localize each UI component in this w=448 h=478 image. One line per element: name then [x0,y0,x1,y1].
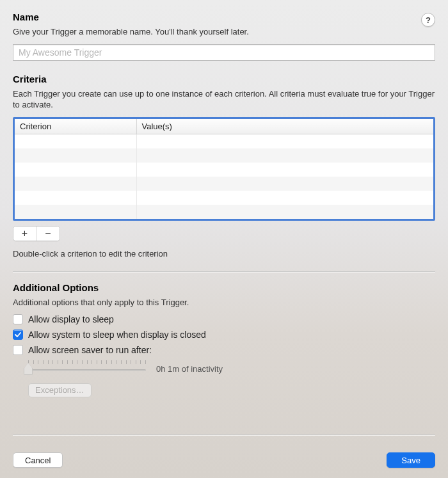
criteria-title: Criteria [13,74,435,84]
options-title: Additional Options [13,282,435,293]
allow-display-sleep-label: Allow display to sleep [28,314,114,324]
table-row[interactable] [15,205,433,219]
remove-criterion-button[interactable]: − [36,227,60,241]
cancel-button[interactable]: Cancel [13,452,63,468]
plus-icon: + [22,228,28,239]
slider-thumb-icon [24,363,33,375]
allow-system-sleep-label: Allow system to sleep when display is cl… [28,330,206,340]
criteria-hint: Double-click a criterion to edit the cri… [13,249,435,259]
table-row[interactable] [15,191,433,205]
options-desc: Additional options that only apply to th… [13,297,435,308]
table-row[interactable] [15,148,433,163]
allow-display-sleep-checkbox[interactable] [13,314,23,324]
name-title: Name [13,12,435,22]
exceptions-button: Exceptions… [28,383,92,397]
table-row[interactable] [15,163,433,177]
add-criterion-button[interactable]: + [13,227,36,241]
table-row[interactable] [15,177,433,191]
allow-system-sleep-checkbox[interactable] [13,330,23,340]
table-row[interactable] [15,134,433,148]
column-values[interactable]: Value(s) [136,119,433,134]
divider [13,434,435,435]
criteria-desc: Each Trigger you create can use up to on… [13,88,435,111]
screensaver-delay-value: 0h 1m of inactivity [156,364,223,374]
minus-icon: − [45,228,51,239]
allow-screensaver-checkbox[interactable] [13,345,23,355]
save-button[interactable]: Save [387,452,435,468]
column-criterion[interactable]: Criterion [15,119,136,134]
trigger-name-input[interactable] [13,44,435,61]
screensaver-delay-slider [28,360,146,377]
criteria-table[interactable]: Criterion Value(s) [13,117,435,221]
allow-screensaver-label: Allow screen saver to run after: [28,345,152,355]
name-desc: Give your Trigger a memorable name. You'… [13,26,435,38]
divider [13,271,435,272]
